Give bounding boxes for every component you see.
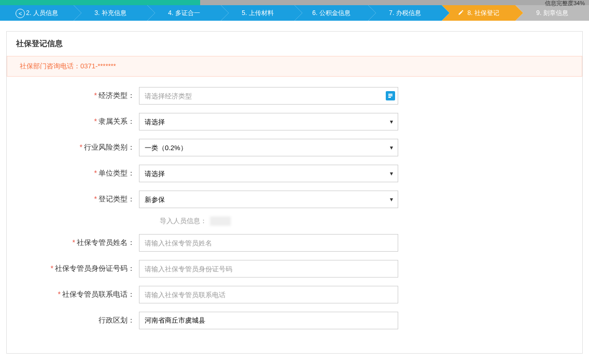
edit-icon (458, 6, 464, 21)
input-admin-id[interactable] (139, 260, 398, 278)
row-unit-type: *单位类型： 请选择 ▾ (22, 165, 567, 182)
progress-fill (0, 0, 200, 5)
picker-icon[interactable] (386, 91, 395, 100)
step-back-icon: < (16, 9, 25, 18)
input-economic-type[interactable] (139, 87, 398, 105)
label-register-type: *登记类型： (22, 195, 139, 204)
progress-bar: 信息完整度34% (0, 0, 589, 5)
row-register-type: *登记类型： 新参保 ▾ (22, 191, 567, 208)
step-supplement[interactable]: 3. 补充信息 (74, 5, 147, 21)
footer-buttons: 上一步 保存并下一步 返回 (0, 354, 589, 364)
progress-text: 信息完整度34% (545, 0, 585, 7)
label-admin-phone: *社保专管员联系电话： (22, 290, 139, 299)
select-affiliation[interactable]: 请选择 (139, 113, 398, 130)
label-risk-category: *行业风险类别： (22, 143, 139, 152)
step-tax[interactable]: 7. 办税信息 (368, 5, 442, 21)
row-import: 导入人员信息： (22, 216, 567, 226)
step-fund[interactable]: 6. 公积金信息 (294, 5, 368, 21)
import-label: 导入人员信息： (160, 216, 207, 226)
input-admin-name[interactable] (139, 234, 398, 252)
notice-bar: 社保部门咨询电话：0371-******* (7, 56, 582, 77)
label-admin-name: *社保专管员姓名： (22, 238, 139, 247)
step-multicert[interactable]: 4. 多证合一 (147, 5, 221, 21)
row-admin-name: *社保专管员姓名： (22, 234, 567, 252)
row-region: 行政区划： (22, 312, 567, 329)
select-unit-type[interactable]: 请选择 (139, 165, 398, 182)
step-personnel[interactable]: <2. 人员信息 (0, 5, 74, 21)
input-region[interactable] (139, 312, 398, 329)
step-social-insurance[interactable]: 8. 社保登记 (442, 5, 515, 21)
label-affiliation: *隶属关系： (22, 117, 139, 126)
label-admin-id: *社保专管员身份证号码： (22, 264, 139, 273)
import-button[interactable] (210, 216, 231, 226)
row-admin-phone: *社保专管员联系电话： (22, 286, 567, 303)
row-risk-category: *行业风险类别： 一类（0.2%） ▾ (22, 139, 567, 156)
label-unit-type: *单位类型： (22, 169, 139, 178)
label-economic-type: *经济类型： (22, 91, 139, 100)
row-economic-type: *经济类型： (22, 87, 567, 105)
step-upload[interactable]: 5. 上传材料 (221, 5, 294, 21)
steps-nav: <2. 人员信息 3. 补充信息 4. 多证合一 5. 上传材料 6. 公积金信… (0, 5, 589, 21)
select-risk-category[interactable]: 一类（0.2%） (139, 139, 398, 156)
input-admin-phone[interactable] (139, 286, 398, 303)
step-seal[interactable]: 9. 刻章信息 (515, 5, 589, 21)
box-title: 社保登记信息 (7, 32, 582, 56)
select-register-type[interactable]: 新参保 (139, 191, 398, 208)
row-admin-id: *社保专管员身份证号码： (22, 260, 567, 278)
content-box: 社保登记信息 社保部门咨询电话：0371-******* *经济类型： *隶属关… (6, 31, 583, 354)
label-region: 行政区划： (22, 316, 139, 325)
row-affiliation: *隶属关系： 请选择 ▾ (22, 113, 567, 130)
form-area: *经济类型： *隶属关系： 请选择 ▾ *行业风险类别： 一类（0.2%） ▾ (7, 77, 582, 353)
